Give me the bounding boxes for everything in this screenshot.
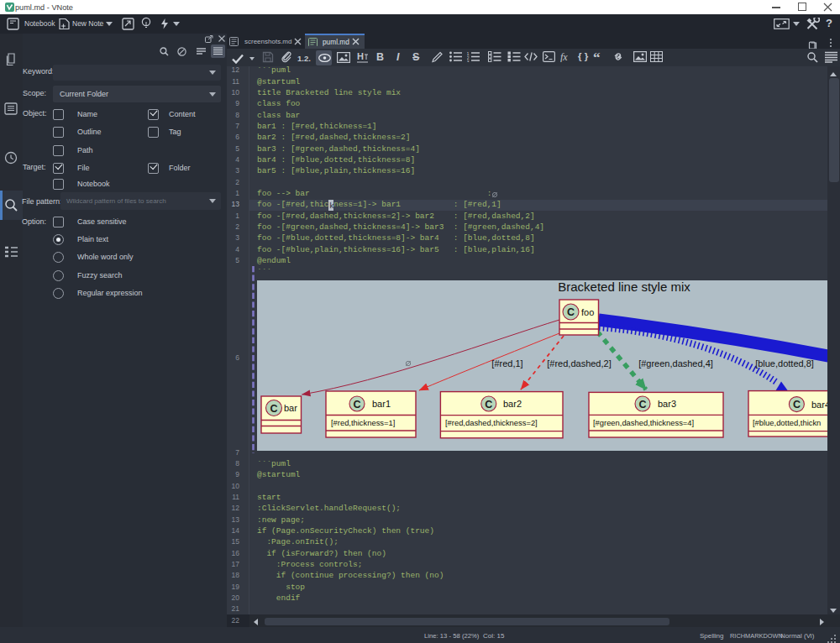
svg-text:[#red,1]: [#red,1] <box>491 358 522 369</box>
svg-text:[#red,dashed,thickness=2]: [#red,dashed,thickness=2] <box>445 418 538 427</box>
svg-text:[#green,dashed,4]: [#green,dashed,4] <box>638 358 713 369</box>
svg-text:C: C <box>270 403 277 415</box>
svg-text:H: H <box>357 52 364 61</box>
svg-text:foo: foo <box>581 307 594 317</box>
svg-text:bar2: bar2 <box>503 399 522 409</box>
svg-text:[#blue,dotted,thickn: [#blue,dotted,thickn <box>753 418 821 427</box>
svg-text:3: 3 <box>467 60 470 62</box>
svg-text:bar3: bar3 <box>658 399 676 409</box>
svg-text:[#red,dashed,2]: [#red,dashed,2] <box>547 358 611 369</box>
svg-text:C: C <box>567 306 575 318</box>
svg-text:C: C <box>353 399 360 410</box>
svg-text:Bracketed line style mix: Bracketed line style mix <box>558 280 690 294</box>
svg-text:fx: fx <box>560 51 568 62</box>
svg-text:C: C <box>485 399 492 410</box>
svg-text:[blue,dotted,8]: [blue,dotted,8] <box>755 358 814 369</box>
svg-text:[#red,thickness=1]: [#red,thickness=1] <box>331 418 395 427</box>
svg-text:[#green,dashed,thickness=4]: [#green,dashed,thickness=4] <box>593 418 694 427</box>
svg-text:bar4: bar4 <box>811 400 827 410</box>
svg-text:bar: bar <box>284 403 297 413</box>
svg-text:C: C <box>793 399 801 410</box>
svg-text:C: C <box>638 399 646 410</box>
svg-text:bar1: bar1 <box>372 399 391 409</box>
